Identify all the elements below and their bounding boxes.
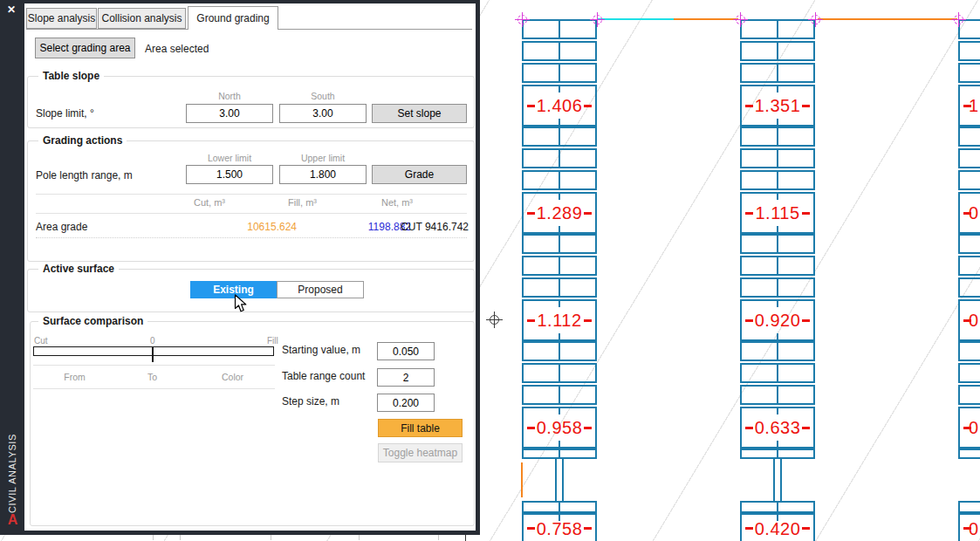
module-row	[740, 501, 815, 513]
to-header: To	[128, 372, 176, 382]
label-dash	[584, 527, 592, 530]
pole-length-range-label: Pole length range, m	[36, 169, 133, 181]
module-divider	[777, 503, 778, 511]
module-row	[522, 234, 597, 254]
label-dash	[963, 105, 971, 107]
pole-gap: 0	[958, 513, 980, 541]
reference-line-orange	[674, 18, 738, 20]
drawing-tick	[359, 535, 360, 540]
palette-title-strip: ✕ CIVIL ANALYSIS A	[0, 0, 24, 535]
gap-tick	[777, 333, 778, 339]
module-divider	[559, 65, 560, 81]
civil-analysis-palette: ✕ CIVIL ANALYSIS A Slope analysis Collis…	[0, 0, 480, 535]
module-divider	[777, 21, 778, 38]
slider-zero-tick[interactable]	[152, 347, 154, 362]
divider	[36, 194, 467, 195]
module-divider	[559, 150, 560, 167]
tab-slope-analysis[interactable]: Slope analysis	[26, 8, 97, 29]
point-marker-icon	[490, 315, 499, 325]
label-dash	[963, 212, 971, 215]
fill-header: Fill, m³	[230, 197, 317, 208]
drawing-tick	[180, 535, 181, 540]
set-slope-button[interactable]: Set slope	[372, 104, 467, 123]
toggle-heatmap-button[interactable]: Toggle heatmap	[378, 443, 463, 462]
upper-limit-label: Upper limit	[279, 153, 367, 163]
drawing-tick	[438, 535, 439, 540]
module-row	[740, 363, 815, 383]
gap-tick	[559, 441, 560, 447]
starting-value-input[interactable]	[377, 342, 435, 360]
module-divider	[777, 279, 778, 296]
label-dash	[584, 319, 592, 322]
module-row	[740, 148, 815, 168]
step-size-input[interactable]	[377, 394, 435, 412]
upper-limit-input[interactable]	[279, 165, 367, 184]
module-row	[740, 277, 815, 298]
module-divider	[777, 128, 778, 145]
module-row	[522, 41, 597, 61]
slope-limit-label: Slope limit, °	[36, 107, 94, 120]
grade-button[interactable]: Grade	[372, 165, 467, 184]
gap-tick	[777, 408, 778, 414]
module-row	[958, 256, 980, 276]
module-divider	[559, 450, 560, 457]
module-divider	[777, 65, 778, 81]
net-value: CUT 9416.742	[381, 221, 469, 233]
drawing-tick	[153, 535, 154, 540]
label-dash	[527, 212, 535, 215]
lower-limit-label: Lower limit	[186, 153, 273, 163]
module-divider	[559, 387, 560, 403]
label-dash	[584, 212, 592, 215]
south-slope-input[interactable]	[279, 104, 367, 123]
label-dash	[745, 427, 753, 429]
module-row	[958, 234, 980, 254]
slider-zero-label: 0	[150, 336, 155, 346]
select-grading-area-button[interactable]: Select grading area	[35, 38, 135, 58]
label-dash	[527, 427, 535, 429]
module-row	[958, 277, 980, 298]
slider-fill-label: Fill	[267, 336, 278, 346]
pole-gap: 0.920	[740, 299, 815, 341]
proposed-surface-button[interactable]: Proposed	[277, 281, 364, 298]
pole-gap: 0	[958, 192, 980, 234]
gap-tick	[559, 86, 560, 92]
gap-tick	[559, 301, 560, 307]
module-row	[958, 148, 980, 168]
pole-gap: 1.406	[522, 85, 597, 127]
label-dash	[802, 105, 810, 107]
gap-tick	[559, 194, 560, 200]
label-dash	[963, 427, 971, 429]
palette-title: CIVIL ANALYSIS	[7, 434, 17, 513]
marker-cross	[740, 12, 741, 27]
pole-height-label: 1.351	[755, 97, 801, 114]
tab-ground-grading[interactable]: Ground grading	[188, 6, 278, 30]
slider-cut-label: Cut	[34, 336, 48, 346]
fill-table-button[interactable]: Fill table	[378, 419, 463, 437]
label-dash	[584, 105, 592, 107]
gap-tick	[559, 333, 560, 339]
grip-marker-icon	[593, 15, 602, 24]
north-slope-input[interactable]	[186, 104, 273, 123]
module-row	[740, 256, 815, 276]
table-range-count-input[interactable]	[377, 368, 435, 387]
cut-fill-slider[interactable]	[33, 346, 274, 356]
surface-comparison-title: Surface comparison	[38, 316, 147, 327]
north-column-label: North	[186, 91, 273, 101]
label-dash	[802, 319, 810, 322]
cad-table: 10000	[958, 19, 980, 541]
tab-collision-analysis[interactable]: Collision analysis	[98, 8, 186, 29]
close-icon[interactable]: ✕	[7, 3, 16, 16]
module-divider	[559, 503, 560, 511]
gap-tick	[559, 226, 560, 232]
reference-line-cyan	[597, 18, 674, 20]
connector-line	[773, 459, 775, 501]
color-header: Color	[209, 372, 257, 382]
pole-gap: 1.289	[522, 192, 597, 234]
module-row	[522, 449, 597, 459]
module-divider	[559, 43, 560, 59]
module-divider	[559, 343, 560, 360]
module-row	[522, 501, 597, 513]
table-range-count-label: Table range count	[282, 370, 365, 382]
lower-limit-input[interactable]	[186, 165, 273, 184]
module-row	[522, 363, 597, 383]
